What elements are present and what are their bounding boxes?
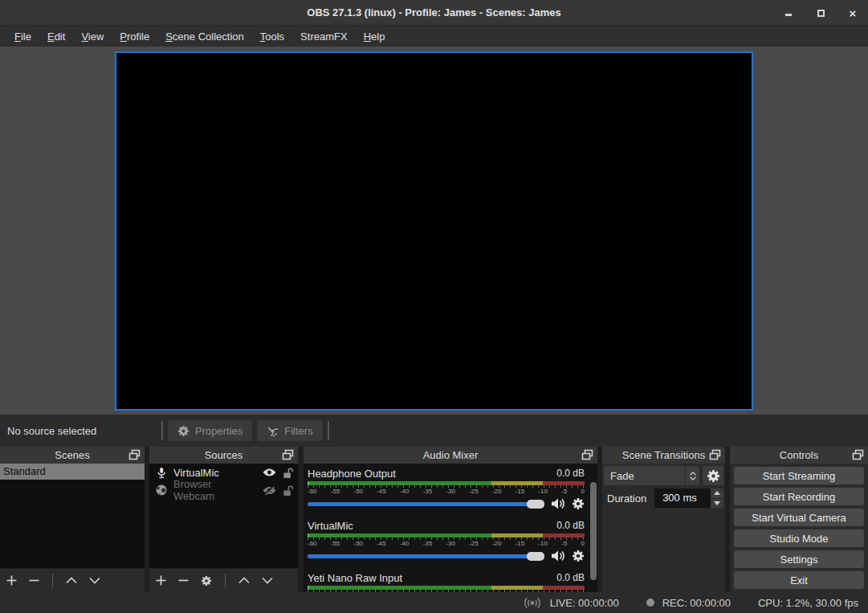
meter-scale: -60-55-50-45-40-35-30-25-20-15-10-50 — [308, 488, 585, 495]
scenes-list: Standard — [0, 464, 145, 568]
meter-scale: -60-55-50-45-40-35-30-25-20-15-10-50 — [308, 540, 585, 547]
volume-slider[interactable] — [308, 502, 544, 506]
menu-bar: File Edit View Profile Scene Collection … — [0, 26, 868, 47]
channel-name: Headphone Output — [308, 468, 396, 480]
preview-canvas[interactable] — [115, 51, 753, 411]
dock-popout-icon — [282, 449, 294, 460]
add-source-button[interactable] — [156, 575, 166, 586]
gear-icon — [177, 425, 189, 437]
mixer-scrollbar[interactable] — [590, 482, 597, 580]
duration-label: Duration — [604, 492, 651, 505]
menu-profile[interactable]: Profile — [112, 28, 157, 45]
dock-panels: Scenes Standard Sources — [0, 447, 868, 592]
source-properties-gear-icon[interactable] — [201, 575, 212, 586]
volume-slider-handle[interactable] — [527, 552, 544, 561]
duration-increment-button[interactable] — [711, 488, 723, 498]
menu-file[interactable]: File — [6, 28, 39, 45]
dock-popout-icon — [709, 449, 721, 460]
toolbar-divider — [52, 574, 53, 588]
sources-panel-title: Sources — [205, 449, 243, 461]
menu-help[interactable]: Help — [356, 28, 393, 45]
triangle-down-icon — [714, 501, 720, 505]
speaker-icon[interactable] — [551, 550, 565, 562]
scenes-panel: Scenes Standard — [0, 447, 145, 592]
dock-popout-icon — [128, 449, 141, 460]
duration-value: 300 ms — [654, 488, 711, 508]
duration-spinbox[interactable]: 300 ms — [654, 488, 723, 508]
scenes-panel-header: Scenes — [0, 447, 145, 464]
eye-slash-icon[interactable] — [263, 485, 276, 496]
mixer-channel-headphone-output: Headphone Output 0.0 dB -60-55-50-45-40-… — [308, 467, 585, 509]
channel-settings-gear-icon[interactable] — [572, 497, 585, 510]
volume-slider-handle[interactable] — [527, 500, 544, 509]
record-dot-icon — [646, 599, 654, 607]
scenes-panel-title: Scenes — [55, 449, 89, 461]
move-source-down-button[interactable] — [262, 577, 273, 584]
unlock-icon[interactable] — [283, 467, 293, 479]
close-button[interactable]: × — [842, 3, 863, 22]
speaker-icon[interactable] — [551, 497, 565, 510]
sources-toolbar — [149, 568, 298, 592]
menu-view[interactable]: View — [73, 28, 112, 45]
add-scene-button[interactable] — [6, 575, 17, 586]
rec-time: REC: 00:00:00 — [662, 597, 731, 609]
start-virtual-camera-button[interactable]: Start Virtual Camera — [734, 509, 864, 526]
move-scene-up-button[interactable] — [66, 577, 77, 584]
menu-tools[interactable]: Tools — [252, 28, 292, 45]
obs-window: OBS 27.1.3 (linux) - Profile: James - Sc… — [0, 0, 868, 613]
transition-select[interactable]: Fade — [604, 466, 699, 485]
window-controls: × — [778, 0, 863, 26]
microphone-icon — [156, 467, 167, 479]
channel-level: 0.0 dB — [556, 468, 585, 479]
remove-scene-button[interactable] — [29, 575, 39, 586]
unlock-icon[interactable] — [283, 484, 293, 497]
controls-panel-header: Controls — [730, 447, 868, 464]
scene-transitions-title: Scene Transitions — [622, 449, 705, 461]
gear-icon — [707, 469, 720, 483]
toolbar-divider — [161, 421, 163, 440]
globe-icon — [156, 484, 167, 496]
move-scene-down-button[interactable] — [89, 577, 100, 584]
filters-label: Filters — [284, 425, 312, 437]
volume-slider[interactable] — [308, 554, 544, 558]
filters-button[interactable]: Filters — [257, 420, 322, 441]
channel-level: 0.0 dB — [556, 520, 585, 531]
channel-settings-gear-icon[interactable] — [572, 550, 585, 562]
dock-popout-icon — [852, 449, 864, 460]
sources-panel: Sources VirtualMic — [149, 447, 298, 592]
minimize-icon — [785, 14, 792, 16]
menu-streamfx[interactable]: StreamFX — [292, 28, 356, 45]
settings-button[interactable]: Settings — [734, 550, 864, 568]
start-streaming-button[interactable]: Start Streaming — [734, 467, 864, 484]
audio-mixer-body: Headphone Output 0.0 dB -60-55-50-45-40-… — [304, 464, 597, 592]
cpu-fps-stats: CPU: 1.2%, 30.00 fps — [758, 597, 858, 609]
preview-area — [0, 47, 868, 415]
duration-decrement-button[interactable] — [711, 498, 723, 509]
scene-transitions-panel: Scene Transitions Fade — [602, 447, 725, 592]
move-source-up-button[interactable] — [238, 577, 250, 584]
maximize-button[interactable] — [810, 3, 831, 22]
status-bar: LIVE: 00:00:00 REC: 00:00:00 CPU: 1.2%, … — [0, 592, 868, 613]
broadcast-icon — [523, 597, 542, 609]
controls-panel: Controls Start Streaming Start Recording… — [730, 447, 868, 592]
mixer-channel-yeti-nano: Yeti Nano Raw Input 0.0 dB -60-55-50-45-… — [308, 571, 585, 592]
transition-properties-button[interactable] — [703, 466, 723, 485]
studio-mode-button[interactable]: Studio Mode — [734, 529, 864, 547]
audio-mixer-panel: Audio Mixer Headphone Output 0.0 dB -60-… — [304, 447, 597, 592]
source-item-browser-webcam[interactable]: Browser Webcam — [149, 481, 298, 499]
menu-edit[interactable]: Edit — [39, 28, 73, 45]
scene-item-standard[interactable]: Standard — [0, 464, 145, 480]
audio-mixer-title: Audio Mixer — [423, 449, 479, 461]
start-recording-button[interactable]: Start Recording — [734, 488, 864, 505]
exit-button[interactable]: Exit — [734, 571, 864, 589]
triangle-up-icon — [714, 491, 720, 495]
properties-label: Properties — [195, 425, 242, 437]
window-title: OBS 27.1.3 (linux) - Profile: James - Sc… — [307, 6, 560, 18]
minimize-button[interactable] — [778, 3, 799, 22]
eye-icon[interactable] — [263, 468, 276, 477]
channel-name: VirtualMic — [308, 520, 353, 532]
menu-scene-collection[interactable]: Scene Collection — [157, 28, 252, 45]
properties-button[interactable]: Properties — [168, 420, 252, 441]
channel-name: Yeti Nano Raw Input — [308, 572, 402, 584]
remove-source-button[interactable] — [178, 575, 189, 586]
